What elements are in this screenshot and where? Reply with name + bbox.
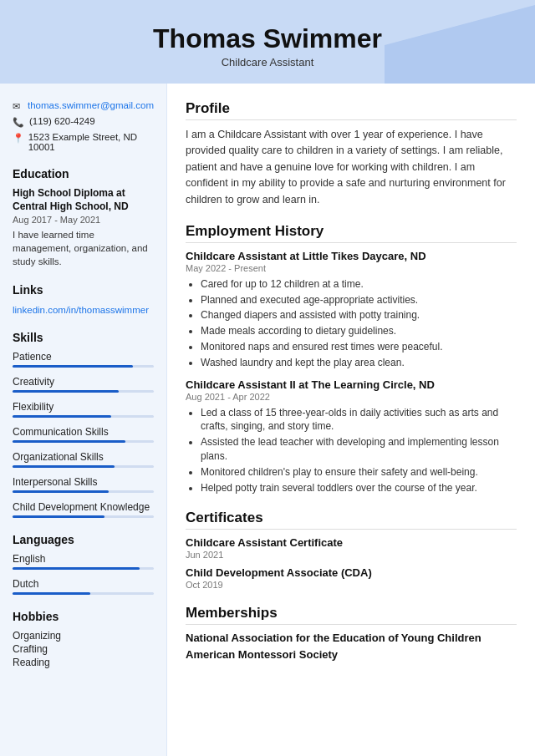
links-title: Links bbox=[13, 283, 154, 297]
skill-label: Interpersonal Skills bbox=[13, 476, 154, 488]
skill-item: Interpersonal Skills bbox=[13, 476, 154, 493]
skill-bar-bg bbox=[13, 365, 154, 368]
profile-section-title: Profile bbox=[186, 100, 517, 120]
job-bullet: Helped potty train several toddlers over… bbox=[201, 481, 517, 495]
skill-bar-fill bbox=[13, 390, 119, 393]
phone-icon: 📞 bbox=[13, 117, 24, 128]
skills-container: Patience Creativity Flexibility Communic… bbox=[13, 351, 154, 518]
skill-bar-fill bbox=[13, 440, 125, 443]
certificate-entry: Childcare Assistant Certificate Jun 2021 bbox=[186, 536, 517, 560]
skill-label: Patience bbox=[13, 351, 154, 363]
language-bar-fill bbox=[13, 592, 90, 595]
languages-container: English Dutch bbox=[13, 553, 154, 595]
certificates-section-title: Certificates bbox=[186, 510, 517, 530]
skill-bar-bg bbox=[13, 490, 154, 493]
language-label: English bbox=[13, 553, 154, 565]
job-entry: Childcare Assistant II at The Learning C… bbox=[186, 378, 517, 495]
page-header: Thomas Swimmer Childcare Assistant bbox=[0, 0, 535, 84]
candidate-name: Thomas Swimmer bbox=[17, 23, 518, 54]
skill-item: Flexibility bbox=[13, 401, 154, 418]
certificate-entry: Child Development Associate (CDA) Oct 20… bbox=[186, 566, 517, 590]
email-icon: ✉ bbox=[13, 101, 23, 112]
language-bar-bg bbox=[13, 592, 154, 595]
membership-item: American Montessori Society bbox=[186, 648, 517, 661]
address-text: 1523 Example Street, ND 10001 bbox=[28, 132, 154, 152]
linkedin-link-item: linkedin.com/in/thomasswimmer bbox=[13, 303, 154, 316]
cert-name: Child Development Associate (CDA) bbox=[186, 566, 517, 579]
skill-bar-fill bbox=[13, 515, 104, 518]
links-section: Links linkedin.com/in/thomasswimmer bbox=[13, 283, 154, 316]
hobbies-title: Hobbies bbox=[13, 610, 154, 623]
certs-container: Childcare Assistant Certificate Jun 2021… bbox=[186, 536, 517, 590]
skill-item: Organizational Skills bbox=[13, 451, 154, 468]
employment-section-title: Employment History bbox=[186, 223, 517, 243]
skill-bar-fill bbox=[13, 365, 133, 368]
skill-item: Communication Skills bbox=[13, 426, 154, 443]
job-title: Childcare Assistant at Little Tikes Dayc… bbox=[186, 250, 517, 262]
skill-bar-fill bbox=[13, 415, 111, 418]
contact-section: ✉ thomas.swimmer@gmail.com 📞 (119) 620-4… bbox=[13, 100, 154, 152]
job-bullet: Monitored children's play to ensure thei… bbox=[201, 465, 517, 479]
skill-label: Communication Skills bbox=[13, 426, 154, 438]
job-bullet: Assisted the lead teacher with developin… bbox=[201, 435, 517, 464]
cert-name: Childcare Assistant Certificate bbox=[186, 536, 517, 549]
hobbies-section: Hobbies OrganizingCraftingReading bbox=[13, 610, 154, 668]
linkedin-link[interactable]: linkedin.com/in/thomasswimmer bbox=[13, 305, 149, 315]
hobby-item: Crafting bbox=[13, 643, 154, 655]
job-bullets: Cared for up to 12 children at a time.Pl… bbox=[186, 277, 517, 370]
email-link[interactable]: thomas.swimmer@gmail.com bbox=[28, 100, 154, 110]
job-date: May 2022 - Present bbox=[186, 263, 517, 273]
skill-label: Organizational Skills bbox=[13, 451, 154, 463]
language-bar-fill bbox=[13, 567, 140, 570]
education-degree: High School Diploma at Central High Scho… bbox=[13, 187, 154, 213]
education-date: Aug 2017 - May 2021 bbox=[13, 215, 154, 225]
job-bullet: Made meals according to dietary guidelin… bbox=[201, 324, 517, 338]
skill-bar-bg bbox=[13, 415, 154, 418]
skill-bar-bg bbox=[13, 440, 154, 443]
language-bar-bg bbox=[13, 567, 154, 570]
skill-label: Flexibility bbox=[13, 401, 154, 413]
hobby-item: Reading bbox=[13, 657, 154, 668]
skill-label: Child Development Knowledge bbox=[13, 501, 154, 513]
languages-title: Languages bbox=[13, 533, 154, 546]
job-bullet: Washed laundry and kept the play area cl… bbox=[201, 356, 517, 370]
skill-bar-fill bbox=[13, 465, 115, 468]
job-bullet: Changed diapers and assisted with potty … bbox=[201, 308, 517, 322]
skills-section: Skills Patience Creativity Flexibility C… bbox=[13, 331, 154, 518]
memberships-section: Memberships National Association for the… bbox=[186, 605, 517, 661]
contact-address: 📍 1523 Example Street, ND 10001 bbox=[13, 132, 154, 152]
job-bullets: Led a class of 15 three-year-olds in dai… bbox=[186, 406, 517, 495]
language-item: Dutch bbox=[13, 578, 154, 595]
skill-bar-bg bbox=[13, 390, 154, 393]
job-bullet: Cared for up to 12 children at a time. bbox=[201, 277, 517, 292]
profile-section: Profile I am a Childcare Assistant with … bbox=[186, 100, 517, 208]
phone-text: (119) 620-4249 bbox=[29, 116, 95, 126]
contact-email: ✉ thomas.swimmer@gmail.com bbox=[13, 100, 154, 112]
job-bullet: Monitored naps and ensured rest times we… bbox=[201, 340, 517, 354]
memberships-section-title: Memberships bbox=[186, 605, 517, 625]
skill-item: Creativity bbox=[13, 376, 154, 393]
memberships-container: National Association for the Education o… bbox=[186, 632, 517, 661]
languages-section: Languages English Dutch bbox=[13, 533, 154, 595]
jobs-container: Childcare Assistant at Little Tikes Dayc… bbox=[186, 250, 517, 495]
language-label: Dutch bbox=[13, 578, 154, 590]
certificates-section: Certificates Childcare Assistant Certifi… bbox=[186, 510, 517, 590]
location-icon: 📍 bbox=[13, 133, 23, 144]
skill-bar-fill bbox=[13, 490, 109, 493]
hobby-item: Organizing bbox=[13, 630, 154, 642]
education-title: Education bbox=[13, 167, 154, 180]
job-date: Aug 2021 - Apr 2022 bbox=[186, 392, 517, 402]
contact-phone: 📞 (119) 620-4249 bbox=[13, 116, 154, 128]
education-section: Education High School Diploma at Central… bbox=[13, 167, 154, 268]
skill-label: Creativity bbox=[13, 376, 154, 388]
sidebar: ✉ thomas.swimmer@gmail.com 📞 (119) 620-4… bbox=[0, 84, 167, 756]
employment-section: Employment History Childcare Assistant a… bbox=[186, 223, 517, 495]
skill-bar-bg bbox=[13, 515, 154, 518]
main-layout: ✉ thomas.swimmer@gmail.com 📞 (119) 620-4… bbox=[0, 84, 535, 756]
skills-title: Skills bbox=[13, 331, 154, 344]
skill-item: Patience bbox=[13, 351, 154, 368]
job-title: Childcare Assistant II at The Learning C… bbox=[186, 378, 517, 391]
skill-item: Child Development Knowledge bbox=[13, 501, 154, 518]
language-item: English bbox=[13, 553, 154, 570]
education-desc: I have learned time management, organiza… bbox=[13, 228, 154, 268]
